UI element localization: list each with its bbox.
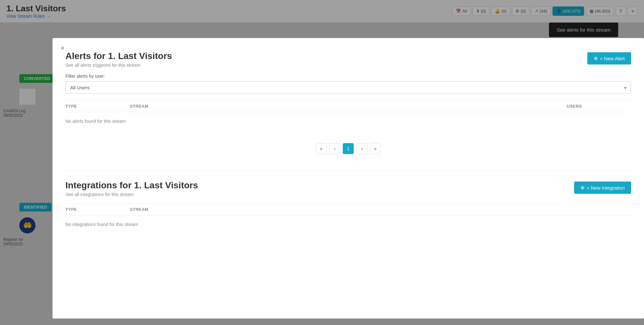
- section-divider: [65, 170, 631, 171]
- pagination-page1[interactable]: 1: [343, 143, 354, 154]
- close-icon: ×: [61, 44, 64, 52]
- alerts-modal: × Alerts for 1. Last Visitors See all al…: [53, 38, 644, 319]
- alerts-title: Alerts for 1. Last Visitors: [65, 51, 172, 61]
- int-col-stream: Stream: [130, 207, 631, 212]
- alerts-subtitle: See all alerts triggered for this stream: [65, 63, 172, 68]
- integrations-section-header: Integrations for 1. Last Visitors See al…: [65, 180, 631, 197]
- alerts-title-group: Alerts for 1. Last Visitors See all aler…: [65, 51, 172, 68]
- alerts-section: Alerts for 1. Last Visitors See all aler…: [65, 51, 631, 130]
- integrations-subtitle: See all integrations for this stream: [65, 192, 198, 197]
- plus-icon: ⊕: [594, 55, 598, 61]
- col-stream: Stream: [130, 104, 567, 109]
- pagination-next[interactable]: ›: [356, 143, 367, 154]
- modal-close-button[interactable]: ×: [58, 43, 67, 53]
- col-type: Type: [65, 104, 130, 109]
- int-col-type: Type: [65, 207, 130, 212]
- integrations-section: Integrations for 1. Last Visitors See al…: [65, 180, 631, 233]
- integrations-table-header: Type Stream: [65, 204, 631, 215]
- user-filter-select[interactable]: All Users: [65, 81, 631, 94]
- pagination-last[interactable]: »: [370, 143, 381, 154]
- plus-icon-integration: ⊕: [581, 185, 585, 191]
- alerts-table: Type Stream Users No alerts found for th…: [65, 100, 631, 130]
- integrations-title: Integrations for 1. Last Visitors: [65, 180, 198, 191]
- alerts-empty-message: No alerts found for this stream: [65, 112, 631, 130]
- alerts-table-header: Type Stream Users: [65, 101, 631, 112]
- new-alert-label: + New Alert: [600, 56, 625, 61]
- new-alert-button[interactable]: ⊕ + New Alert: [587, 52, 631, 64]
- integrations-empty-message: No integrations found for this stream: [65, 215, 631, 233]
- alerts-section-header: Alerts for 1. Last Visitors See all aler…: [65, 51, 631, 68]
- integrations-table: Type Stream No integrations found for th…: [65, 203, 631, 233]
- pagination-prev[interactable]: ‹: [329, 143, 340, 154]
- col-users: Users: [567, 104, 631, 109]
- new-integration-button[interactable]: ⊕ + New Integration: [574, 182, 631, 194]
- pagination: « ‹ 1 › »: [65, 143, 631, 154]
- new-integration-label: + New Integration: [587, 185, 625, 191]
- integrations-title-group: Integrations for 1. Last Visitors See al…: [65, 180, 198, 197]
- user-filter-wrapper: All Users: [65, 81, 631, 94]
- filter-label: Filter alerts by user:: [65, 74, 631, 79]
- pagination-first[interactable]: «: [316, 143, 327, 154]
